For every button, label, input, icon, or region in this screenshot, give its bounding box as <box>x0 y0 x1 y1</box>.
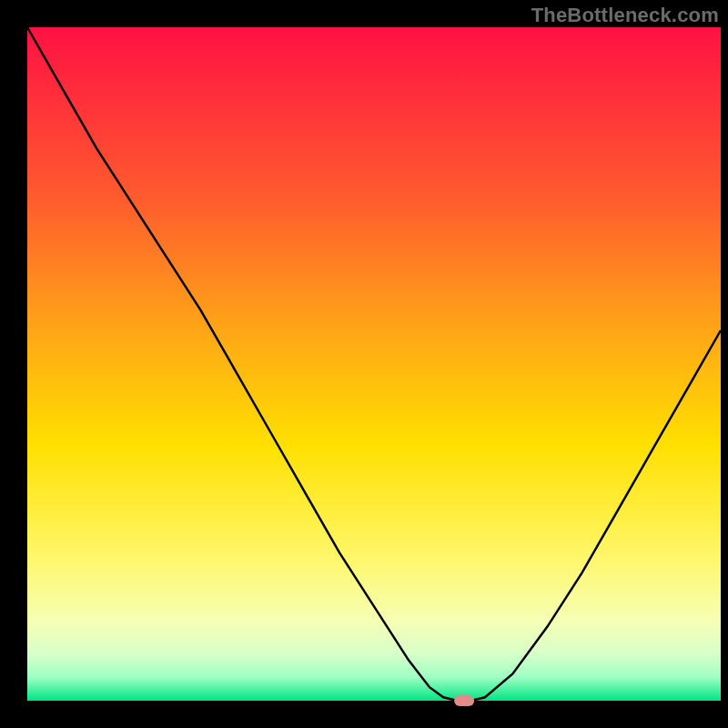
bottleneck-chart: TheBottleneck.com <box>0 0 728 728</box>
optimum-marker <box>454 695 474 706</box>
watermark-text: TheBottleneck.com <box>531 4 719 27</box>
chart-canvas <box>0 0 728 728</box>
plot-background <box>27 27 721 701</box>
